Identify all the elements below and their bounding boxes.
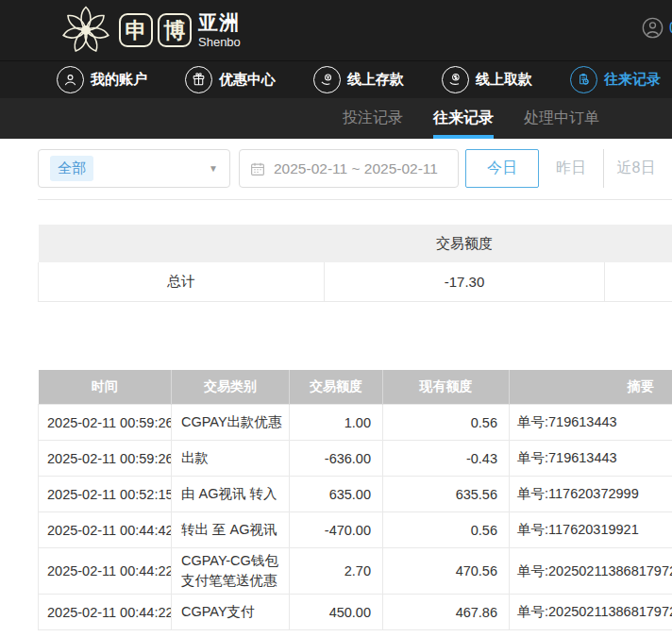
chevron-down-icon: ▼ [209, 163, 218, 174]
summary-header-blank [39, 225, 325, 262]
nav-item-my-account[interactable]: 我的账户 [57, 66, 147, 93]
cell-time: 2025-02-11 00:52:15 [39, 477, 172, 512]
nav-item-withdraw[interactable]: 线上取款 [442, 66, 532, 93]
summary-header-row: 交易额度 [39, 225, 672, 262]
brand-char-bo: 博 [158, 13, 192, 47]
nav-label: 往来记录 [604, 71, 661, 89]
brand-latin: Shenbo [198, 36, 241, 48]
summary-total-blank [605, 262, 672, 301]
withdraw-icon [442, 66, 469, 93]
cell-type: CGPAY-CG钱包支付笔笔送优惠 [172, 548, 290, 595]
nav-label: 优惠中心 [219, 71, 276, 89]
column-header-1: 交易类别 [172, 370, 290, 405]
top-brand-bar: 申 博 亚洲 Shenbo 0 [0, 0, 672, 60]
date-range-value: 2025-02-11 ~ 2025-02-11 [274, 160, 438, 177]
table-row: 2025-02-11 00:59:26出款-636.00-0.43单号:7196… [39, 441, 672, 477]
cell-amount: -636.00 [290, 441, 383, 477]
nav-label: 线上取款 [476, 71, 532, 89]
brand-logo[interactable]: 申 博 亚洲 Shenbo [57, 3, 241, 58]
cell-balance: 467.86 [383, 595, 510, 630]
summary-table: 交易额度 总计 -17.30 [38, 225, 672, 302]
table-row: 2025-02-11 00:59:26CGPAY出款优惠1.000.56单号:7… [39, 405, 672, 441]
column-header-4: 摘要 [510, 370, 672, 405]
cell-time: 2025-02-11 00:44:22 [39, 548, 172, 595]
tab-pending-orders[interactable]: 处理中订单 [524, 98, 599, 139]
cell-amount: 635.00 [290, 477, 383, 512]
summary-header-blank2 [605, 225, 672, 262]
main-nav: 我的账户 优惠中心 线上存款 线上取款 [0, 60, 672, 98]
cell-time: 2025-02-11 00:44:42 [39, 512, 172, 548]
table-row: 2025-02-11 00:44:22CGPAY-CG钱包支付笔笔送优惠2.70… [39, 548, 672, 595]
nav-item-transaction-records[interactable]: 往来记录 [570, 66, 661, 93]
brand-region: 亚洲 [198, 12, 241, 32]
cell-time: 2025-02-11 00:59:26 [39, 405, 172, 441]
cell-summary: 单号:719613443 [510, 405, 672, 441]
cell-balance: -0.43 [383, 441, 510, 477]
table-row: 2025-02-11 00:44:42转出 至 AG视讯-470.000.56单… [39, 512, 672, 548]
nav-item-promotions[interactable]: 优惠中心 [185, 66, 276, 93]
gift-icon [185, 66, 212, 93]
cell-type: 出款 [172, 441, 290, 477]
last-8-days-button[interactable]: 近8日 [604, 149, 668, 188]
table-row: 2025-02-11 00:44:22CGPAY支付450.00467.86单号… [39, 595, 672, 630]
cell-type: CGPAY出款优惠 [172, 405, 290, 441]
yesterday-button[interactable]: 昨日 [539, 149, 603, 188]
summary-header-amount: 交易额度 [325, 225, 605, 262]
calendar-icon [249, 160, 266, 177]
type-select[interactable]: 全部 ▼ [38, 149, 230, 188]
tab-betting-records[interactable]: 投注记录 [343, 98, 403, 139]
cell-balance: 0.56 [383, 512, 510, 548]
user-icon [57, 66, 84, 93]
cell-type: CGPAY支付 [172, 595, 290, 630]
cell-amount: 1.00 [290, 405, 383, 441]
cell-amount: 2.70 [290, 548, 383, 595]
cell-balance: 0.56 [383, 405, 510, 441]
table-row: 2025-02-11 00:52:15由 AG视讯 转入635.00635.56… [39, 477, 672, 512]
record-tabs: 投注记录 往来记录 处理中订单 [0, 98, 672, 139]
cell-balance: 635.56 [383, 477, 510, 512]
summary-total-label: 总计 [39, 262, 325, 301]
records-table: 时间交易类别交易额度现有额度摘要 2025-02-11 00:59:26CGPA… [38, 370, 672, 631]
deposit-icon [313, 66, 341, 93]
today-button[interactable]: 今日 [465, 149, 539, 188]
summary-total-row: 总计 -17.30 [39, 262, 672, 301]
cell-summary: 单号:117620319921 [510, 512, 672, 548]
cell-time: 2025-02-11 00:44:22 [39, 595, 172, 630]
column-header-3: 现有额度 [383, 370, 510, 405]
date-range-input[interactable]: 2025-02-11 ~ 2025-02-11 [239, 149, 459, 188]
type-select-value: 全部 [50, 156, 93, 181]
cell-summary: 单号:202502113868179729 [510, 595, 672, 630]
filter-bar: 全部 ▼ 2025-02-11 ~ 2025-02-11 今日 昨日 近8日 [38, 149, 672, 188]
cell-type: 由 AG视讯 转入 [172, 477, 290, 512]
account-user-icon[interactable] [642, 17, 664, 39]
cell-balance: 470.56 [383, 548, 510, 595]
column-header-2: 交易额度 [290, 370, 383, 405]
nav-item-deposit[interactable]: 线上存款 [313, 66, 404, 93]
summary-total-value: -17.30 [325, 262, 605, 301]
section-divider [38, 199, 672, 200]
cell-summary: 单号:719613443 [510, 441, 672, 477]
records-header-row: 时间交易类别交易额度现有额度摘要 [39, 370, 672, 405]
cell-type: 转出 至 AG视讯 [172, 512, 290, 548]
nav-label: 线上存款 [347, 71, 404, 89]
cell-amount: -470.00 [290, 512, 383, 548]
cell-summary: 单号:202502113868179729 [510, 548, 672, 595]
nav-label: 我的账户 [91, 71, 147, 89]
cell-summary: 单号:117620372999 [510, 477, 672, 512]
cell-amount: 450.00 [290, 595, 383, 630]
column-header-0: 时间 [39, 370, 172, 405]
brand-char-shen: 申 [119, 13, 153, 47]
tab-transaction-records[interactable]: 往来记录 [433, 98, 494, 139]
records-icon [570, 66, 597, 93]
flower-logo-icon [57, 3, 115, 58]
cell-time: 2025-02-11 00:59:26 [39, 441, 172, 477]
